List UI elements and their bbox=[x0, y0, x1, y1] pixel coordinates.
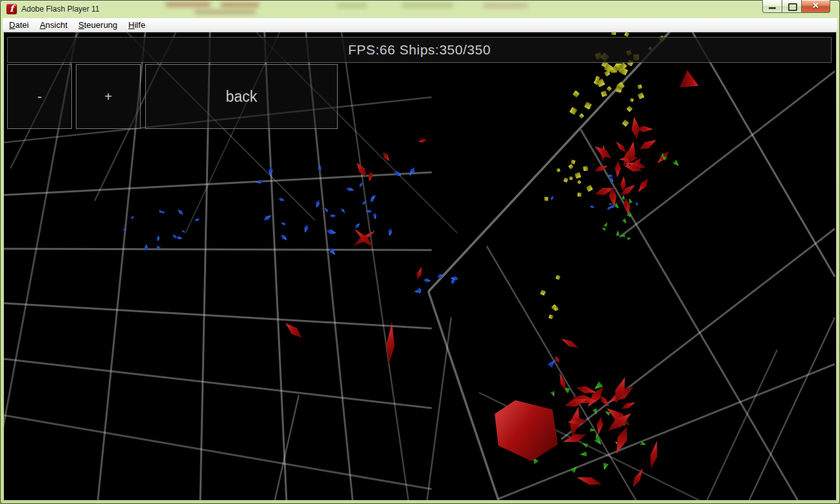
blue-ship bbox=[366, 209, 373, 214]
titlebar-glass-artifact bbox=[165, 2, 211, 7]
close-button[interactable]: ✕ bbox=[802, 0, 830, 13]
blue-ship bbox=[281, 221, 287, 227]
yellow-ship bbox=[563, 178, 568, 183]
blue-ship bbox=[358, 181, 364, 189]
red-ship bbox=[282, 319, 305, 342]
yellow-ship bbox=[611, 32, 616, 36]
green-ship bbox=[592, 408, 598, 415]
maximize-icon bbox=[788, 3, 797, 11]
titlebar-glass-artifact bbox=[483, 3, 528, 8]
blue-ship bbox=[387, 227, 393, 236]
maximize-button[interactable] bbox=[782, 0, 802, 13]
yellow-ship bbox=[540, 290, 546, 295]
blue-ship bbox=[181, 229, 185, 233]
yellow-ship bbox=[570, 107, 578, 115]
red-ship bbox=[353, 160, 370, 179]
yellow-ship bbox=[575, 172, 581, 179]
flash-stage-viewport[interactable]: FPS:66 Ships:350/350 - + back bbox=[4, 32, 836, 500]
titlebar-glass-artifact bbox=[402, 3, 454, 8]
blue-ship bbox=[407, 166, 417, 178]
flash-player-window: f Adobe Flash Player 11 ✕ DateiAnsichtSt… bbox=[0, 0, 840, 504]
back-button[interactable]: back bbox=[145, 64, 338, 129]
red-ship bbox=[367, 170, 375, 182]
yellow-ship bbox=[586, 185, 592, 192]
red-ship bbox=[594, 416, 605, 435]
red-ship bbox=[613, 139, 628, 154]
red-ship bbox=[593, 163, 609, 174]
menu-item-ansicht[interactable]: Ansicht bbox=[38, 18, 69, 32]
yellow-ship bbox=[624, 32, 629, 37]
close-icon: ✕ bbox=[812, 1, 819, 10]
yellow-ship bbox=[578, 192, 582, 197]
yellow-ship bbox=[583, 166, 588, 171]
red-ship bbox=[554, 355, 562, 364]
blue-ship bbox=[158, 209, 163, 214]
red-ship bbox=[559, 336, 580, 352]
red-ship bbox=[414, 266, 425, 281]
blue-ship bbox=[608, 174, 614, 178]
hud-status-text: FPS:66 Ships:350/350 bbox=[348, 42, 491, 58]
blue-ship bbox=[392, 168, 403, 178]
blue-ship bbox=[436, 273, 445, 280]
yellow-ship bbox=[607, 86, 612, 91]
titlebar-glass-artifact bbox=[220, 3, 259, 7]
zoom-out-button[interactable]: - bbox=[7, 64, 72, 129]
red-ship bbox=[647, 440, 662, 470]
blue-ship bbox=[267, 166, 274, 176]
green-ship bbox=[595, 433, 600, 439]
blue-ship bbox=[423, 277, 432, 283]
red-ship bbox=[611, 424, 633, 456]
blue-ship bbox=[156, 235, 160, 242]
green-ship bbox=[640, 441, 646, 446]
zoom-in-button[interactable]: + bbox=[76, 64, 141, 129]
red-ship bbox=[629, 466, 647, 490]
menu-item-hilfe[interactable]: Hilfe bbox=[127, 18, 146, 32]
blue-ship bbox=[122, 227, 126, 231]
blue-ship bbox=[130, 214, 135, 220]
red-ship bbox=[613, 161, 622, 178]
red-ship bbox=[380, 150, 392, 163]
yellow-ship bbox=[548, 315, 554, 320]
hud-status-bar: FPS:66 Ships:350/350 bbox=[7, 37, 832, 63]
blue-ship bbox=[314, 199, 321, 209]
blue-ship bbox=[589, 205, 595, 209]
red-ship bbox=[679, 70, 703, 95]
yellow-ship bbox=[544, 197, 548, 201]
red-ship bbox=[637, 136, 659, 154]
title-bar[interactable]: f Adobe Flash Player 11 ✕ bbox=[0, 0, 840, 18]
minimize-button[interactable] bbox=[762, 0, 782, 13]
green-ship bbox=[620, 233, 625, 237]
red-ship bbox=[349, 223, 380, 255]
green-ship bbox=[622, 194, 626, 200]
yellow-ship bbox=[573, 91, 580, 98]
blue-ship bbox=[323, 207, 330, 214]
menu-item-datei[interactable]: Datei bbox=[8, 18, 30, 32]
blue-ship bbox=[277, 197, 285, 203]
blue-ship bbox=[317, 165, 322, 173]
red-ship bbox=[576, 472, 603, 489]
yellow-ship bbox=[584, 102, 592, 110]
blue-ship bbox=[325, 228, 337, 237]
blue-ship bbox=[345, 187, 355, 193]
blue-ship bbox=[176, 235, 183, 241]
yellow-ship bbox=[637, 93, 644, 99]
blue-ship bbox=[372, 212, 378, 220]
yellow-ship bbox=[577, 180, 582, 185]
green-ship bbox=[616, 231, 620, 236]
menu-item-steuerung[interactable]: Steuerung bbox=[77, 18, 119, 32]
blue-ship bbox=[144, 244, 149, 251]
blue-ship bbox=[177, 208, 185, 216]
yellow-ship bbox=[555, 275, 561, 280]
green-ship bbox=[622, 218, 627, 224]
window-controls: ✕ bbox=[762, 0, 830, 13]
green-ship bbox=[627, 236, 631, 240]
red-ship bbox=[417, 137, 428, 144]
blue-ship bbox=[550, 195, 555, 201]
cross-arm bbox=[352, 226, 377, 251]
green-ship bbox=[673, 159, 681, 167]
blue-ship bbox=[303, 223, 310, 233]
red-ship bbox=[484, 387, 570, 472]
yellow-ship bbox=[569, 176, 573, 179]
yellow-ship bbox=[556, 168, 561, 172]
blue-ship bbox=[172, 233, 178, 240]
